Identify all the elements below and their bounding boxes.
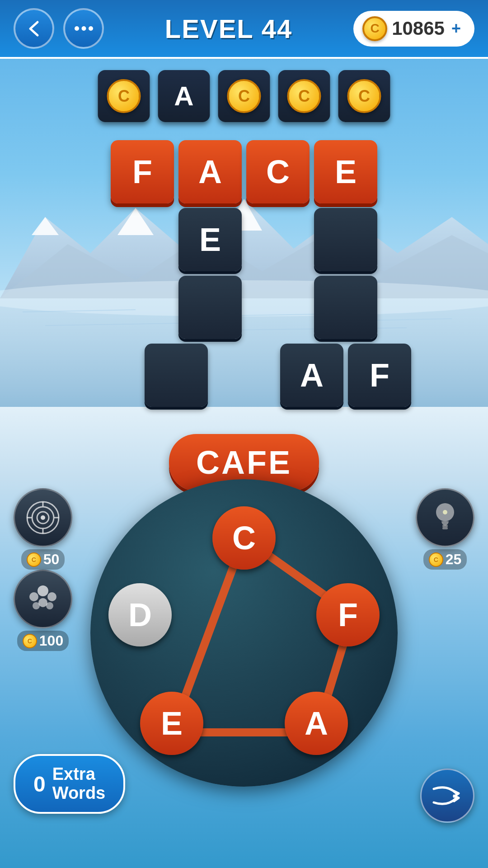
coin-count: 10865 — [392, 18, 445, 39]
svg-point-28 — [38, 585, 48, 596]
grid-cell-a: A — [178, 140, 242, 203]
level-title: LEVEL 44 — [165, 14, 293, 44]
svg-point-29 — [29, 592, 38, 601]
hint-cost-coin: C — [429, 552, 443, 567]
grid-row-1: F A C E — [77, 140, 411, 203]
wheel-letter-e[interactable]: E — [140, 692, 203, 755]
svg-point-30 — [47, 592, 56, 601]
svg-rect-36 — [442, 527, 448, 529]
grid-row-4: A F — [77, 344, 411, 407]
word-grid: F A C E E A F — [77, 140, 411, 411]
grid-row-2: E — [77, 208, 411, 271]
back-button[interactable] — [14, 8, 54, 49]
team-powerup-cost: C 100 — [17, 631, 69, 651]
extra-words-label: ExtraWords — [52, 765, 106, 803]
grid-cell-e2: E — [178, 208, 242, 271]
reward-tile-4: C — [278, 70, 330, 122]
header: LEVEL 44 C 10865 + — [0, 0, 488, 59]
grid-cell-a2: A — [280, 344, 343, 407]
team-cost-text: 100 — [39, 632, 63, 649]
hint-powerup-cost: C 25 — [423, 549, 467, 570]
target-cost-text: 50 — [43, 551, 60, 568]
shuffle-button[interactable] — [420, 769, 474, 823]
grid-cell-c: C — [246, 140, 310, 203]
grid-cell-empty-3 — [314, 276, 377, 339]
target-powerup-button[interactable] — [14, 488, 72, 547]
coin-icon: C — [362, 16, 387, 41]
coin-plus: + — [451, 19, 461, 38]
team-powerup-button[interactable] — [14, 570, 72, 628]
svg-point-32 — [33, 602, 40, 609]
grid-cell-f2: F — [348, 344, 411, 407]
reward-tile-1: C — [98, 70, 150, 122]
grid-cell-empty-1 — [314, 208, 377, 271]
coin-display: C 10865 + — [353, 11, 474, 47]
grid-cell-e: E — [314, 140, 377, 203]
svg-rect-35 — [442, 525, 448, 527]
extra-words-button[interactable]: 0 ExtraWords — [14, 754, 125, 814]
target-powerup-container: C 50 — [14, 488, 72, 570]
svg-point-37 — [443, 510, 447, 514]
wheel-letter-d[interactable]: D — [108, 583, 172, 646]
hint-powerup-container: C 25 — [416, 488, 474, 570]
grid-cell-f: F — [111, 140, 174, 203]
header-left — [14, 8, 104, 49]
grid-row-3 — [77, 276, 411, 339]
wheel-letter-f[interactable]: F — [316, 583, 380, 646]
svg-point-14 — [81, 26, 86, 31]
grid-cell-empty-2 — [178, 276, 242, 339]
svg-point-23 — [41, 515, 45, 520]
wheel-letter-a[interactable]: A — [285, 692, 348, 755]
team-powerup-container: C 100 — [14, 570, 72, 651]
extra-words-count: 0 — [33, 772, 46, 797]
hint-cost-text: 25 — [446, 551, 462, 568]
cafe-text: CAFE — [196, 444, 292, 481]
reward-tile-2: A — [158, 70, 210, 122]
target-cost-coin: C — [27, 552, 41, 567]
wheel-letter-c[interactable]: C — [212, 506, 276, 570]
menu-button[interactable] — [63, 8, 104, 49]
svg-point-15 — [89, 26, 93, 31]
svg-point-33 — [46, 602, 53, 609]
reward-tile-5: C — [338, 70, 390, 122]
grid-cell-empty-4 — [145, 344, 208, 407]
letter-wheel[interactable]: C F A E D — [90, 479, 398, 787]
svg-point-13 — [75, 26, 79, 31]
target-powerup-cost: C 50 — [21, 549, 65, 570]
reward-row: C A C C C — [98, 70, 390, 122]
hint-powerup-button[interactable] — [416, 488, 474, 547]
team-cost-coin: C — [23, 634, 37, 648]
reward-tile-3: C — [218, 70, 270, 122]
